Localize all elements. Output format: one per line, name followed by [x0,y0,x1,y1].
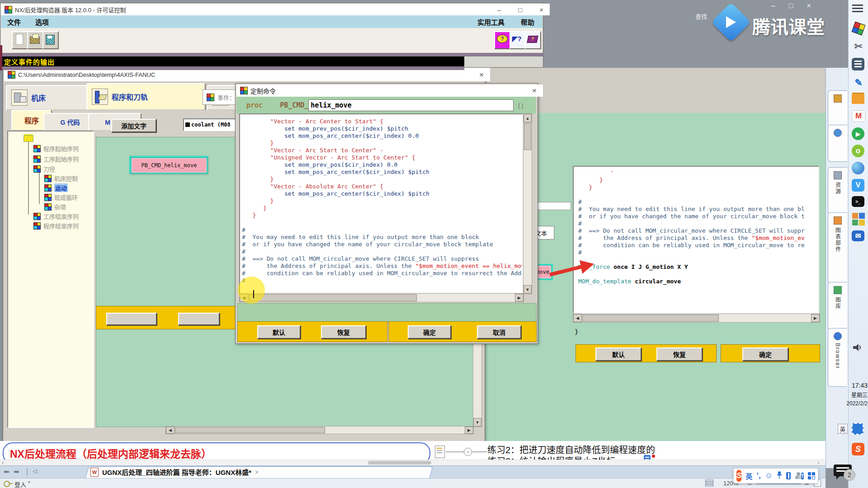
mindmap-hscrollbar[interactable]: ‹ › [0,460,826,466]
manual-help-button[interactable]: ? [525,31,541,49]
tree-item-toolpath[interactable]: 刀径 [33,164,55,173]
blank-button[interactable] [178,313,220,325]
blank-button[interactable] [106,313,157,325]
v-app-icon[interactable]: V [852,179,864,192]
toolbox-grid-icon[interactable] [808,472,815,479]
scroll-right-icon[interactable]: ▶ [465,427,473,434]
pen-icon[interactable]: ✎ [852,76,865,89]
canvas-hscrollbar[interactable]: ◀ ▶ [165,426,474,434]
tree-item-program-start[interactable]: 程序起始序列 [33,144,79,153]
whats-this-button[interactable]: ◤? [509,31,526,49]
tab-program-toolpath[interactable]: 程序和刀轨 [86,83,206,110]
terminal-icon[interactable]: >_ [852,196,864,207]
tree-item-canned-cycle[interactable]: 现成循环 [44,193,78,202]
tree-item-operation-start[interactable]: 工序起始序列 [33,155,79,163]
tree-item-misc[interactable]: 杂项 [44,202,66,211]
code-hscrollbar[interactable]: ◀ ▶ [239,293,524,302]
save-button[interactable] [42,31,59,49]
side-tab-gallery[interactable]: 图库 [828,282,847,330]
envelope-icon[interactable]: ✉ [852,230,864,241]
ok-button[interactable]: 确定 [408,325,451,339]
background-code-panel[interactable]: ' } } ## You may need to edit this line … [573,166,819,314]
login-label[interactable]: 登入 [14,480,26,488]
restore-button[interactable]: 恢复 [656,347,703,361]
tab-machine[interactable]: 机床 [6,85,89,110]
document-tab-label[interactable]: UGNX后处理_四轴进阶篇 指导老师：UGNX林盛* [102,467,251,477]
menu-options[interactable]: 选项 [35,17,49,27]
nav-back-icon[interactable]: ⬅ [4,468,9,476]
tree-item-program-end[interactable]: 程序结束序列 [33,221,79,230]
stamp-app-icon[interactable] [852,423,863,435]
play-app-icon[interactable]: ▶ [852,127,864,140]
side-tab-resources[interactable]: 资源 [828,167,847,214]
punctuation-icon[interactable]: ’, [756,471,760,480]
open-file-button[interactable] [27,31,43,49]
office-grid-icon[interactable] [852,212,865,226]
root-titlebar[interactable]: NX/后处理构造器 版本 12.0.0 - 许可证控制 – □ × [1,4,550,15]
scroll-right-icon[interactable]: ▶ [515,294,524,302]
o-app-icon[interactable]: o [852,145,864,157]
scroll-left-icon[interactable]: ◀ [573,314,582,322]
proc-name-input[interactable]: helix_move [308,99,514,111]
maximize-icon[interactable]: □ [515,6,525,13]
lang-toggle[interactable]: 英 [745,471,752,481]
menu-help[interactable]: 帮助 [521,17,534,27]
note-icon[interactable] [435,446,445,458]
scroll-up-icon[interactable]: ▲ [524,114,532,122]
close-icon[interactable]: × [476,71,486,79]
collapse-icon[interactable]: − [464,448,472,456]
globe-app-icon[interactable] [852,162,864,174]
menu-file[interactable]: 文件 [7,17,21,27]
context-help-button[interactable]: ? [494,31,510,49]
list-view-icon[interactable] [705,479,713,487]
default-button[interactable]: 默认 [595,347,642,361]
cancel-button[interactable]: 取消 [477,325,521,339]
scroll-down-icon[interactable]: ▼ [524,285,532,294]
sogou-tray-icon[interactable]: S [852,443,864,455]
skin-shirt-icon[interactable]: T [801,473,804,479]
minimize-icon[interactable]: – [495,6,504,13]
new-file-button[interactable] [12,31,28,49]
calculator-icon[interactable] [852,58,864,70]
restore-button[interactable]: 恢复 [321,325,366,339]
speaker-icon[interactable] [853,343,863,353]
dialog-titlebar[interactable]: 定制命令 × [236,84,543,97]
tree-item-machine-control[interactable]: 机床控制 [44,174,78,183]
side-tab-browser[interactable]: Browser [828,328,847,387]
add-text-button[interactable]: 添加文字 [111,119,156,132]
scroll-right-icon[interactable]: ▶ [811,314,820,322]
pinwheel-app-icon[interactable] [850,20,867,37]
chat-bubble-icon[interactable]: 2 [834,465,854,481]
scroll-down-icon[interactable]: ▼ [473,418,481,427]
keyboard-icon[interactable] [786,472,791,479]
mic-icon[interactable] [777,471,782,481]
background-code-hscrollbar[interactable]: ◀ ▶ [573,314,820,323]
scroll-left-icon[interactable]: ‹ [2,459,4,466]
tree-item-operation-end[interactable]: 工序结束序列 [33,212,79,221]
coolant-dropdown[interactable]: coolant (M08 ▼ [183,118,242,131]
side-tab-chart-parts[interactable]: 图表部件 [828,212,847,284]
scroll-left-icon[interactable]: ◀ [166,427,175,434]
tree-item-motion[interactable]: 运动 [44,183,68,192]
nav-prev-tab-icon[interactable]: ◁ [33,468,37,474]
close-icon[interactable]: × [537,6,546,13]
nav-forward-icon[interactable]: ➡ [14,468,19,476]
menu-utilities[interactable]: 实用工具 [477,17,505,27]
ok-button[interactable]: 确定 [742,347,788,361]
command-code-editor[interactable]: "Vector - Arc Center to Start" { set mom… [239,113,523,293]
emoji-icon[interactable]: ☺ [765,471,773,480]
mail-m-icon[interactable]: M [852,110,865,122]
folder-icon[interactable] [852,94,864,104]
sogou-logo-icon[interactable]: S [736,470,741,482]
side-tab-clip[interactable] [828,90,847,127]
code-vscrollbar[interactable]: ▲ ▼ [523,113,532,294]
hamburger-menu-icon[interactable] [852,5,863,13]
scissors-icon[interactable]: ✂ [852,40,865,53]
scroll-right-icon[interactable]: › [817,459,819,466]
root-folder-icon[interactable] [24,135,33,142]
side-tab-pin[interactable] [828,125,847,162]
close-icon[interactable]: × [529,87,539,94]
helix-node-box[interactable]: PB_CMD_helix_move [129,156,208,174]
close-tab-icon[interactable]: × [255,469,259,476]
default-button[interactable]: 默认 [257,325,301,339]
